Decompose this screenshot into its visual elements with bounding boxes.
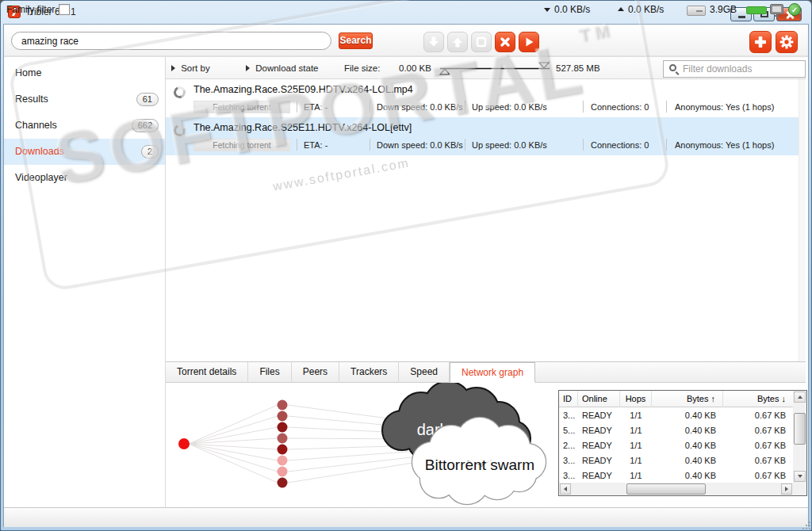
tab-speed[interactable]: Speed [399,362,450,383]
peer-table-hscrollbar[interactable] [559,483,793,495]
bittorrent-swarm-label: Bittorrent swarm [425,457,534,473]
peer-row[interactable]: 3...READY 1/10.40 KB 0.67 KB [559,408,793,423]
torrent-anonymous: Anonymous: Yes (1 hops) [675,140,774,150]
sidebar-item-downloads[interactable]: Downloads 2 [4,139,165,165]
connection-health-bar [746,6,767,14]
sidebar-item-videoplayer[interactable]: Videoplayer [4,165,165,191]
upload-arrow-icon [451,36,464,48]
family-filter-label: Family filter [6,4,55,15]
peer-row[interactable]: 2...READY 1/10.40 KB 0.67 KB [559,438,793,453]
col-header-hops[interactable]: Hops [620,391,652,407]
torrent-eta: ETA: - [304,102,327,112]
scroll-right-icon[interactable] [781,483,792,495]
download-button[interactable] [423,32,444,52]
col-header-online[interactable]: Online [578,391,620,407]
peer-row[interactable]: 3...READY 1/10.40 KB 0.67 KB [559,453,793,468]
resize-grip[interactable] [801,520,810,529]
status-ok-icon[interactable]: ✓ [788,3,801,16]
stat-divider [583,139,584,151]
settings-button[interactable] [776,31,798,53]
torrent-status-bar: Fetching torrent [193,139,290,151]
self-node [178,438,190,449]
scroll-left-icon[interactable] [560,483,571,495]
filter-downloads-input[interactable] [683,62,802,76]
stop-icon [475,36,488,48]
delete-x-icon [499,36,511,48]
download-state-menu[interactable]: Download state [246,63,318,73]
disk-icon [687,6,706,16]
stat-divider [583,101,584,113]
add-torrent-button[interactable] [749,31,772,53]
tab-network-graph[interactable]: Network graph [450,362,535,383]
downloads-count-badge: 2 [141,145,159,159]
channels-count-badge: 662 [132,119,159,132]
up-speed-icon [618,7,624,11]
vscroll-thumb[interactable] [794,413,806,445]
sidebar-item-label: Home [15,60,41,86]
network-monitor-icon[interactable] [770,4,783,14]
stat-divider [465,139,465,151]
network-graph: darknet Bittorrent swarm [166,383,562,506]
peer-table-vscrollbar[interactable] [793,391,806,483]
torrent-status-bar: Fetching torrent [193,101,290,113]
family-filter-checkbox[interactable] [59,4,70,15]
download-row[interactable]: The.Amazing.Race.S25E09.HDTV.x264-LOL.mp… [166,79,806,117]
file-size-min: 0.00 KB [399,63,431,73]
col-header-bytes-up[interactable]: Bytes ↑ [652,391,723,407]
download-state-label: Download state [255,63,318,73]
torrent-eta: ETA: - [304,140,327,150]
col-header-bytes-down[interactable]: Bytes ↓ [723,391,793,407]
remove-button[interactable] [495,32,515,52]
scroll-up-icon[interactable] [794,392,806,403]
tab-peers[interactable]: Peers [292,362,339,383]
peer-row[interactable]: 5...READY 1/10.40 KB 0.67 KB [559,423,793,438]
total-up-speed: 0.0 KB/s [628,4,664,15]
play-icon [523,36,535,48]
torrent-up-speed: Up speed: 0.0 KB/s [472,102,547,112]
downloads-list: The.Amazing.Race.S25E09.HDTV.x264-LOL.mp… [166,79,806,361]
stat-divider [465,101,465,113]
search-icon [669,64,680,74]
search-button[interactable]: Search [339,32,373,49]
torrent-connections: Connections: 0 [591,102,649,112]
torrent-name: The.Amazing.Race.S25E11.HDTV.x264-LOL[et… [193,122,412,133]
hscroll-thumb[interactable] [626,483,706,495]
peer-table-header: ID Online Hops Bytes ↑ Bytes ↓ [559,391,793,407]
minimize-icon [738,16,745,18]
peer-row[interactable]: 3...READY 1/10.40 KB 0.67 KB [559,468,793,483]
play-button[interactable] [519,32,539,52]
list-scrollbar[interactable] [799,79,806,361]
sort-by-arrow-icon [171,65,175,71]
sidebar-item-label: Channels [15,113,57,139]
stop-button[interactable] [471,32,492,52]
sidebar-item-channels[interactable]: Channels 662 [4,113,165,139]
scroll-down-icon[interactable] [794,471,806,482]
search-input[interactable] [11,32,331,50]
down-speed-icon [544,8,550,12]
file-size-label: File size: [344,63,380,73]
col-header-id[interactable]: ID [559,391,578,407]
download-row-selected[interactable]: The.Amazing.Race.S25E11.HDTV.x264-LOL[et… [166,117,806,155]
torrent-connections: Connections: 0 [591,140,649,150]
sidebar: Home Results 61 Channels 662 Downloads 2… [4,57,165,507]
file-size-max: 527.85 MB [556,63,600,73]
tab-files[interactable]: Files [248,362,291,383]
slider-max-handle [539,63,549,68]
stat-divider [297,139,297,151]
download-state-arrow-icon [246,65,250,71]
upload-button[interactable] [447,32,468,52]
sidebar-item-home[interactable]: Home [4,60,165,86]
scrollbar-corner [793,483,806,495]
disk-free-space: 3.9GB [710,4,737,15]
detail-tabbar: Torrent details Files Peers Trackers Spe… [166,361,806,383]
stat-divider [666,101,667,113]
stat-divider [666,139,667,151]
torrent-anonymous: Anonymous: Yes (1 hops) [675,102,774,112]
tab-torrent-details[interactable]: Torrent details [166,362,248,383]
file-size-slider[interactable] [439,60,551,78]
sort-by-menu[interactable]: Sort by [171,63,210,73]
torrent-name: The.Amazing.Race.S25E09.HDTV.x264-LOL.mp… [193,84,413,95]
sidebar-item-results[interactable]: Results 61 [4,86,165,113]
tab-trackers[interactable]: Trackers [339,362,399,383]
sidebar-item-label: Downloads [15,139,64,165]
